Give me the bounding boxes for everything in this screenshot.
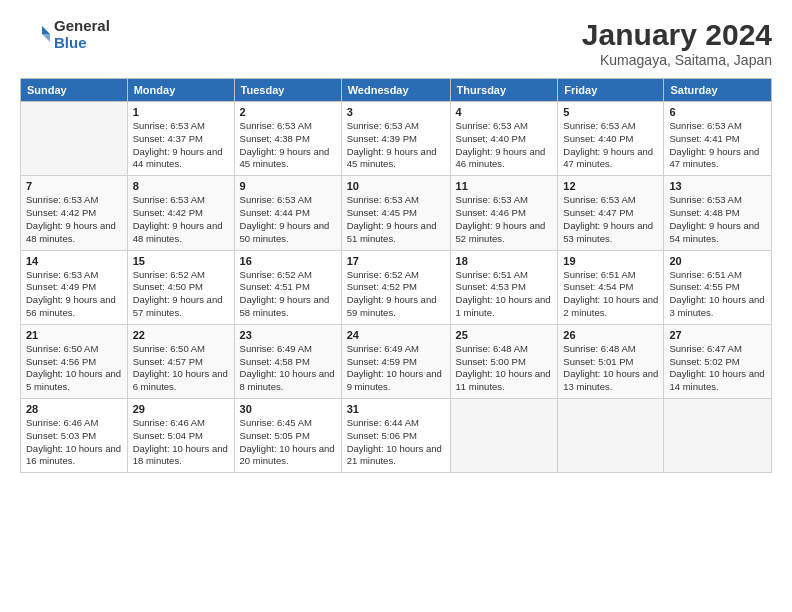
cell-day-number: 13 bbox=[669, 180, 766, 192]
cell-info: Sunrise: 6:49 AM Sunset: 4:58 PM Dayligh… bbox=[240, 343, 336, 394]
cell-info: Sunrise: 6:53 AM Sunset: 4:46 PM Dayligh… bbox=[456, 194, 553, 245]
calendar-cell: 1Sunrise: 6:53 AM Sunset: 4:37 PM Daylig… bbox=[127, 102, 234, 176]
cell-info: Sunrise: 6:53 AM Sunset: 4:40 PM Dayligh… bbox=[563, 120, 658, 171]
cell-info: Sunrise: 6:50 AM Sunset: 4:56 PM Dayligh… bbox=[26, 343, 122, 394]
calendar-cell: 31Sunrise: 6:44 AM Sunset: 5:06 PM Dayli… bbox=[341, 399, 450, 473]
cell-day-number: 30 bbox=[240, 403, 336, 415]
calendar-cell bbox=[21, 102, 128, 176]
location: Kumagaya, Saitama, Japan bbox=[582, 52, 772, 68]
cell-day-number: 10 bbox=[347, 180, 445, 192]
logo-text: General Blue bbox=[54, 18, 110, 51]
calendar-body: 1Sunrise: 6:53 AM Sunset: 4:37 PM Daylig… bbox=[21, 102, 772, 473]
calendar-cell: 2Sunrise: 6:53 AM Sunset: 4:38 PM Daylig… bbox=[234, 102, 341, 176]
calendar-header: SundayMondayTuesdayWednesdayThursdayFrid… bbox=[21, 79, 772, 102]
calendar-cell: 9Sunrise: 6:53 AM Sunset: 4:44 PM Daylig… bbox=[234, 176, 341, 250]
logo-icon bbox=[20, 20, 50, 50]
cell-info: Sunrise: 6:53 AM Sunset: 4:44 PM Dayligh… bbox=[240, 194, 336, 245]
cell-day-number: 20 bbox=[669, 255, 766, 267]
logo: General Blue bbox=[20, 18, 110, 51]
week-row-2: 7Sunrise: 6:53 AM Sunset: 4:42 PM Daylig… bbox=[21, 176, 772, 250]
cell-info: Sunrise: 6:47 AM Sunset: 5:02 PM Dayligh… bbox=[669, 343, 766, 394]
cell-info: Sunrise: 6:52 AM Sunset: 4:52 PM Dayligh… bbox=[347, 269, 445, 320]
header: General Blue January 2024 Kumagaya, Sait… bbox=[20, 18, 772, 68]
calendar-cell: 23Sunrise: 6:49 AM Sunset: 4:58 PM Dayli… bbox=[234, 324, 341, 398]
cell-info: Sunrise: 6:53 AM Sunset: 4:41 PM Dayligh… bbox=[669, 120, 766, 171]
cell-day-number: 9 bbox=[240, 180, 336, 192]
day-header-monday: Monday bbox=[127, 79, 234, 102]
cell-day-number: 18 bbox=[456, 255, 553, 267]
cell-info: Sunrise: 6:53 AM Sunset: 4:47 PM Dayligh… bbox=[563, 194, 658, 245]
calendar-cell: 25Sunrise: 6:48 AM Sunset: 5:00 PM Dayli… bbox=[450, 324, 558, 398]
calendar-cell: 22Sunrise: 6:50 AM Sunset: 4:57 PM Dayli… bbox=[127, 324, 234, 398]
calendar-cell: 11Sunrise: 6:53 AM Sunset: 4:46 PM Dayli… bbox=[450, 176, 558, 250]
cell-day-number: 2 bbox=[240, 106, 336, 118]
cell-info: Sunrise: 6:52 AM Sunset: 4:51 PM Dayligh… bbox=[240, 269, 336, 320]
cell-day-number: 11 bbox=[456, 180, 553, 192]
cell-day-number: 8 bbox=[133, 180, 229, 192]
cell-info: Sunrise: 6:44 AM Sunset: 5:06 PM Dayligh… bbox=[347, 417, 445, 468]
cell-day-number: 24 bbox=[347, 329, 445, 341]
calendar-cell: 16Sunrise: 6:52 AM Sunset: 4:51 PM Dayli… bbox=[234, 250, 341, 324]
cell-day-number: 12 bbox=[563, 180, 658, 192]
cell-day-number: 31 bbox=[347, 403, 445, 415]
calendar-cell: 5Sunrise: 6:53 AM Sunset: 4:40 PM Daylig… bbox=[558, 102, 664, 176]
cell-info: Sunrise: 6:51 AM Sunset: 4:54 PM Dayligh… bbox=[563, 269, 658, 320]
calendar-cell: 18Sunrise: 6:51 AM Sunset: 4:53 PM Dayli… bbox=[450, 250, 558, 324]
calendar-cell: 28Sunrise: 6:46 AM Sunset: 5:03 PM Dayli… bbox=[21, 399, 128, 473]
calendar-cell: 19Sunrise: 6:51 AM Sunset: 4:54 PM Dayli… bbox=[558, 250, 664, 324]
calendar-cell bbox=[664, 399, 772, 473]
calendar-cell: 26Sunrise: 6:48 AM Sunset: 5:01 PM Dayli… bbox=[558, 324, 664, 398]
day-header-sunday: Sunday bbox=[21, 79, 128, 102]
calendar-cell: 13Sunrise: 6:53 AM Sunset: 4:48 PM Dayli… bbox=[664, 176, 772, 250]
cell-info: Sunrise: 6:45 AM Sunset: 5:05 PM Dayligh… bbox=[240, 417, 336, 468]
day-header-tuesday: Tuesday bbox=[234, 79, 341, 102]
cell-day-number: 27 bbox=[669, 329, 766, 341]
cell-info: Sunrise: 6:46 AM Sunset: 5:04 PM Dayligh… bbox=[133, 417, 229, 468]
cell-info: Sunrise: 6:52 AM Sunset: 4:50 PM Dayligh… bbox=[133, 269, 229, 320]
calendar-cell: 21Sunrise: 6:50 AM Sunset: 4:56 PM Dayli… bbox=[21, 324, 128, 398]
cell-info: Sunrise: 6:51 AM Sunset: 4:53 PM Dayligh… bbox=[456, 269, 553, 320]
cell-day-number: 4 bbox=[456, 106, 553, 118]
cell-day-number: 19 bbox=[563, 255, 658, 267]
calendar-cell: 29Sunrise: 6:46 AM Sunset: 5:04 PM Dayli… bbox=[127, 399, 234, 473]
cell-info: Sunrise: 6:53 AM Sunset: 4:42 PM Dayligh… bbox=[26, 194, 122, 245]
cell-day-number: 22 bbox=[133, 329, 229, 341]
cell-day-number: 6 bbox=[669, 106, 766, 118]
cell-day-number: 25 bbox=[456, 329, 553, 341]
cell-day-number: 21 bbox=[26, 329, 122, 341]
cell-info: Sunrise: 6:53 AM Sunset: 4:45 PM Dayligh… bbox=[347, 194, 445, 245]
cell-day-number: 29 bbox=[133, 403, 229, 415]
cell-day-number: 15 bbox=[133, 255, 229, 267]
month-title: January 2024 bbox=[582, 18, 772, 52]
calendar-cell: 30Sunrise: 6:45 AM Sunset: 5:05 PM Dayli… bbox=[234, 399, 341, 473]
svg-marker-1 bbox=[42, 34, 50, 42]
calendar-cell: 14Sunrise: 6:53 AM Sunset: 4:49 PM Dayli… bbox=[21, 250, 128, 324]
cell-info: Sunrise: 6:53 AM Sunset: 4:38 PM Dayligh… bbox=[240, 120, 336, 171]
title-block: January 2024 Kumagaya, Saitama, Japan bbox=[582, 18, 772, 68]
cell-info: Sunrise: 6:53 AM Sunset: 4:40 PM Dayligh… bbox=[456, 120, 553, 171]
calendar-cell: 4Sunrise: 6:53 AM Sunset: 4:40 PM Daylig… bbox=[450, 102, 558, 176]
calendar-cell: 15Sunrise: 6:52 AM Sunset: 4:50 PM Dayli… bbox=[127, 250, 234, 324]
page: General Blue January 2024 Kumagaya, Sait… bbox=[0, 0, 792, 612]
calendar-cell: 7Sunrise: 6:53 AM Sunset: 4:42 PM Daylig… bbox=[21, 176, 128, 250]
cell-info: Sunrise: 6:46 AM Sunset: 5:03 PM Dayligh… bbox=[26, 417, 122, 468]
day-header-friday: Friday bbox=[558, 79, 664, 102]
day-header-wednesday: Wednesday bbox=[341, 79, 450, 102]
calendar-cell: 17Sunrise: 6:52 AM Sunset: 4:52 PM Dayli… bbox=[341, 250, 450, 324]
calendar-cell: 20Sunrise: 6:51 AM Sunset: 4:55 PM Dayli… bbox=[664, 250, 772, 324]
cell-info: Sunrise: 6:53 AM Sunset: 4:42 PM Dayligh… bbox=[133, 194, 229, 245]
week-row-3: 14Sunrise: 6:53 AM Sunset: 4:49 PM Dayli… bbox=[21, 250, 772, 324]
cell-day-number: 23 bbox=[240, 329, 336, 341]
calendar-cell: 27Sunrise: 6:47 AM Sunset: 5:02 PM Dayli… bbox=[664, 324, 772, 398]
logo-blue-text: Blue bbox=[54, 35, 110, 52]
calendar-cell bbox=[558, 399, 664, 473]
calendar-table: SundayMondayTuesdayWednesdayThursdayFrid… bbox=[20, 78, 772, 473]
calendar-cell bbox=[450, 399, 558, 473]
cell-day-number: 3 bbox=[347, 106, 445, 118]
cell-day-number: 14 bbox=[26, 255, 122, 267]
cell-day-number: 28 bbox=[26, 403, 122, 415]
cell-info: Sunrise: 6:53 AM Sunset: 4:37 PM Dayligh… bbox=[133, 120, 229, 171]
week-row-1: 1Sunrise: 6:53 AM Sunset: 4:37 PM Daylig… bbox=[21, 102, 772, 176]
cell-info: Sunrise: 6:53 AM Sunset: 4:39 PM Dayligh… bbox=[347, 120, 445, 171]
cell-day-number: 16 bbox=[240, 255, 336, 267]
